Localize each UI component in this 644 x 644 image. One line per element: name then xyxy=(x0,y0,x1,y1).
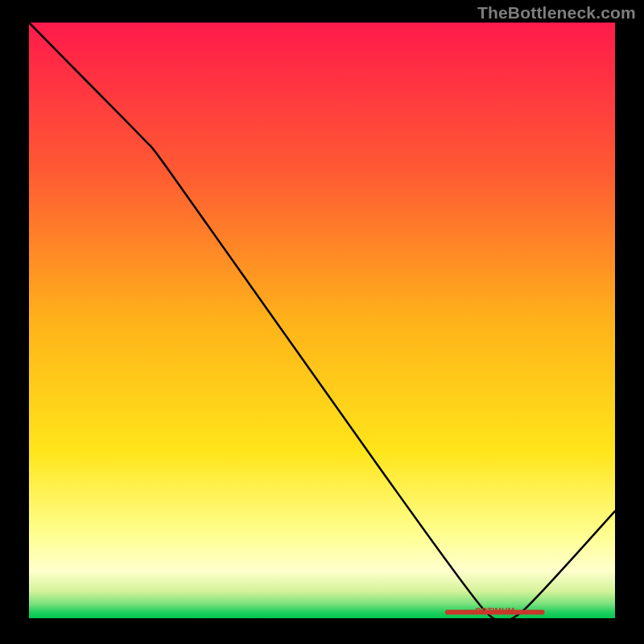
chart-stage: TheBottleneck.com OPTIMUM xyxy=(0,0,644,644)
optimum-label: OPTIMUM xyxy=(475,607,514,616)
chart-svg xyxy=(0,0,644,644)
attribution-label: TheBottleneck.com xyxy=(477,3,636,23)
